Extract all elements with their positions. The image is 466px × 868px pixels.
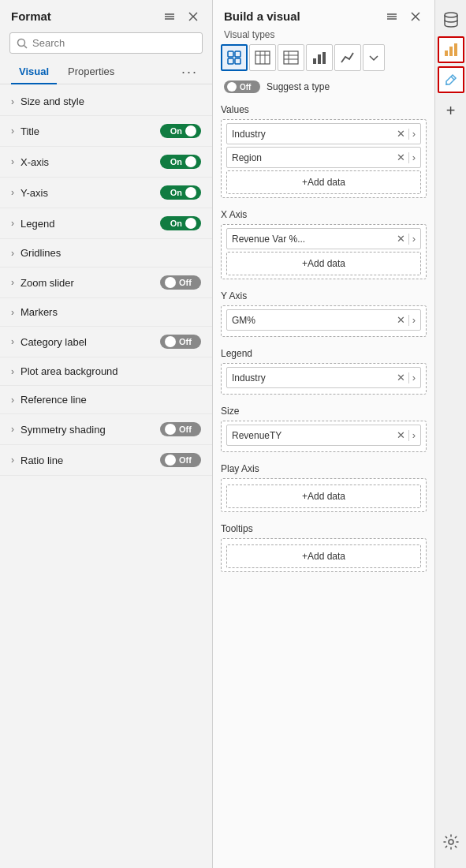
field-expand-icon[interactable]: › bbox=[412, 372, 416, 383]
field-expand-icon[interactable]: › bbox=[412, 429, 416, 441]
section-xaxis: X Axis Revenue Var %... ✕ › +Add data bbox=[213, 204, 434, 286]
format-item-symmetry-shading[interactable]: › Symmetry shading Off bbox=[0, 414, 212, 445]
play-axis-add-data-btn[interactable]: +Add data bbox=[226, 485, 421, 508]
format-item-yaxis[interactable]: › Y-axis On bbox=[0, 178, 212, 208]
settings-icon-btn[interactable] bbox=[438, 829, 464, 855]
format-item-zoom-slider[interactable]: › Zoom slider Off bbox=[0, 268, 212, 298]
svg-rect-24 bbox=[313, 58, 316, 64]
build-visual-collapse-btn[interactable] bbox=[382, 11, 401, 22]
format-icon-btn[interactable] bbox=[438, 66, 464, 93]
symmetry-shading-toggle[interactable]: Off bbox=[160, 422, 201, 436]
field-expand-icon[interactable]: › bbox=[412, 233, 416, 245]
zoom-slider-toggle[interactable]: Off bbox=[160, 275, 201, 290]
title-toggle[interactable]: On bbox=[160, 124, 201, 138]
chevron-right-icon: › bbox=[11, 366, 14, 377]
toggle-label: Off bbox=[179, 455, 192, 465]
vt-table-btn[interactable] bbox=[249, 44, 276, 71]
svg-rect-15 bbox=[235, 58, 240, 64]
svg-rect-29 bbox=[449, 47, 453, 56]
field-divider bbox=[408, 315, 409, 326]
build-visual-close-btn[interactable] bbox=[408, 10, 423, 23]
values-add-data-btn[interactable]: +Add data bbox=[226, 170, 421, 194]
svg-point-5 bbox=[18, 39, 25, 46]
format-item-gridlines[interactable]: › Gridlines bbox=[0, 239, 212, 268]
suggest-type-label: Suggest a type bbox=[267, 81, 330, 92]
field-remove-icon[interactable]: ✕ bbox=[397, 233, 405, 245]
toggle-label: On bbox=[170, 157, 182, 166]
format-title: Format bbox=[11, 9, 51, 23]
field-name: Industry bbox=[232, 372, 266, 383]
svg-point-27 bbox=[445, 13, 457, 17]
field-expand-icon[interactable]: › bbox=[412, 152, 416, 163]
ratio-line-toggle[interactable]: Off bbox=[160, 453, 201, 467]
field-remove-icon[interactable]: ✕ bbox=[397, 152, 405, 163]
vt-matrix-btn[interactable] bbox=[278, 44, 304, 71]
chevron-right-icon: › bbox=[11, 218, 14, 229]
vt-bar-btn[interactable] bbox=[306, 44, 333, 71]
vt-more-btn[interactable] bbox=[363, 44, 385, 71]
suggest-toggle-label: Off bbox=[240, 83, 251, 92]
tab-visual[interactable]: Visual bbox=[11, 60, 57, 84]
toggle-label: On bbox=[170, 219, 182, 228]
format-item-category-label[interactable]: › Category label Off bbox=[0, 327, 212, 357]
add-visual-btn[interactable]: + bbox=[438, 96, 464, 123]
format-close-btn[interactable] bbox=[185, 10, 201, 23]
yaxis-toggle[interactable]: On bbox=[160, 185, 201, 200]
section-size-box: RevenueTY ✕ › bbox=[221, 421, 427, 452]
bar-chart-icon-btn[interactable] bbox=[438, 36, 464, 63]
vt-scatter-btn[interactable] bbox=[221, 44, 248, 71]
field-name: RevenueTY bbox=[232, 430, 281, 441]
chevron-right-icon: › bbox=[11, 248, 14, 259]
section-yaxis-label: Y Axis bbox=[221, 290, 427, 301]
format-collapse-btn[interactable] bbox=[160, 11, 179, 22]
field-remove-icon[interactable]: ✕ bbox=[397, 429, 405, 441]
toggle-label: On bbox=[170, 188, 182, 197]
visual-types-bar bbox=[221, 44, 427, 71]
field-remove-icon[interactable]: ✕ bbox=[397, 314, 405, 326]
toggle-circle bbox=[165, 277, 176, 288]
field-divider bbox=[408, 129, 409, 140]
suggest-type-toggle[interactable]: Off bbox=[224, 80, 260, 93]
toggle-circle bbox=[185, 156, 196, 167]
format-item-title[interactable]: › Title On bbox=[0, 116, 212, 147]
format-item-plot-bg[interactable]: › Plot area background bbox=[0, 357, 212, 386]
section-play-axis-label: Play Axis bbox=[221, 463, 427, 474]
xaxis-add-data-btn[interactable]: +Add data bbox=[226, 252, 421, 275]
build-visual-header-icons bbox=[382, 10, 423, 23]
tab-more[interactable]: ··· bbox=[178, 64, 201, 80]
toggle-circle bbox=[165, 336, 176, 347]
legend-toggle[interactable]: On bbox=[160, 216, 201, 230]
format-item-size-style[interactable]: › Size and style bbox=[0, 88, 212, 116]
section-values: Values Industry ✕ › Region ✕ bbox=[213, 99, 434, 204]
search-input[interactable] bbox=[32, 37, 196, 49]
format-item-reference-line[interactable]: › Reference line bbox=[0, 386, 212, 414]
tab-properties[interactable]: Properties bbox=[60, 60, 122, 84]
format-item-ratio-line[interactable]: › Ratio line Off bbox=[0, 445, 212, 476]
category-label-toggle[interactable]: Off bbox=[160, 335, 201, 349]
section-tooltips: Tooltips +Add data bbox=[213, 518, 434, 578]
section-xaxis-box: Revenue Var %... ✕ › +Add data bbox=[221, 224, 427, 279]
format-item-legend[interactable]: › Legend On bbox=[0, 208, 212, 239]
suggest-toggle-circle bbox=[227, 82, 237, 92]
field-tag-legend-industry: Industry ✕ › bbox=[226, 367, 421, 388]
format-item-label: Ratio line bbox=[21, 455, 63, 466]
tooltips-add-data-btn[interactable]: +Add data bbox=[226, 544, 421, 568]
xaxis-toggle[interactable]: On bbox=[160, 155, 201, 169]
field-remove-icon[interactable]: ✕ bbox=[397, 372, 405, 383]
format-item-xaxis[interactable]: › X-axis On bbox=[0, 147, 212, 178]
visual-types-section: Visual types bbox=[213, 29, 434, 77]
chevron-right-icon: › bbox=[11, 455, 14, 466]
vt-line-btn[interactable] bbox=[334, 44, 361, 71]
format-item-markers[interactable]: › Markers bbox=[0, 298, 212, 327]
section-yaxis-box: GM% ✕ › bbox=[221, 305, 427, 337]
field-expand-icon[interactable]: › bbox=[412, 128, 416, 140]
field-expand-icon[interactable]: › bbox=[412, 314, 416, 326]
field-divider bbox=[408, 372, 409, 383]
chevron-right-icon: › bbox=[11, 96, 14, 107]
section-legend-label: Legend bbox=[221, 348, 427, 359]
db-icon-btn[interactable] bbox=[438, 6, 464, 33]
field-remove-icon[interactable]: ✕ bbox=[397, 128, 405, 140]
format-item-label: Reference line bbox=[21, 394, 87, 406]
side-icons-panel: + bbox=[434, 0, 466, 868]
search-box[interactable] bbox=[9, 32, 203, 54]
